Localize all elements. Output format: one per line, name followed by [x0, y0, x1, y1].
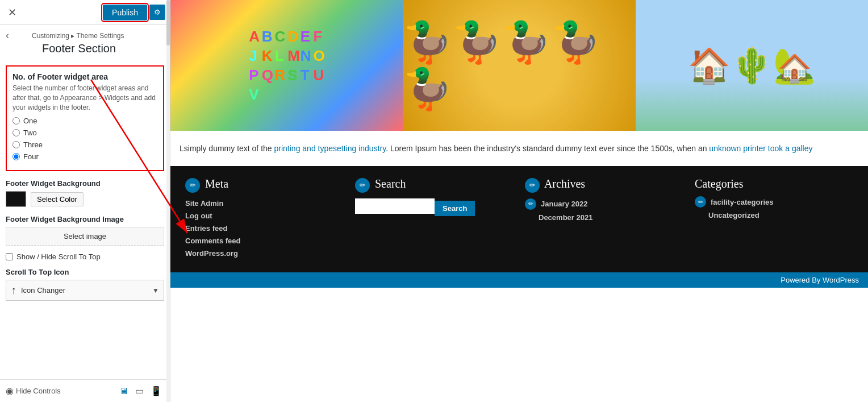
list-item: Comments feed — [185, 236, 344, 245]
meta-link-entries[interactable]: Entries feed — [185, 224, 227, 233]
footer-col-search: ✏ Search Search — [349, 177, 519, 260]
body-link-unknown[interactable]: unknown printer took a galley — [709, 144, 812, 153]
archives-edit-pencil[interactable]: ✏ — [525, 178, 540, 193]
icon-changer-row[interactable]: ↑ Icon Changer ▼ — [6, 280, 164, 301]
cat-facility[interactable]: facility-categories — [711, 198, 774, 206]
back-arrow[interactable]: ‹ — [6, 30, 9, 42]
select-image-button[interactable]: Select image — [6, 227, 164, 246]
arrow-up-icon: ↑ — [11, 284, 16, 297]
search-input[interactable] — [355, 198, 435, 214]
footer-bg-image-section: Footer Widget Background Image Select im… — [6, 215, 164, 246]
categories-list: ✏ facility-categories Uncategorized — [695, 196, 853, 219]
list-item: Site Admin — [185, 198, 344, 208]
breadcrumb: Customizing ▸ Theme Settings — [26, 28, 170, 41]
facility-edit-pencil[interactable]: ✏ — [695, 196, 706, 208]
meta-link-comments[interactable]: Comments feed — [185, 237, 241, 245]
scroll-top-icon-section: Scroll To Top Icon ↑ Icon Changer ▼ — [6, 268, 164, 301]
footer-columns-radio-group: One Two Three Four — [12, 117, 157, 161]
radio-four-input[interactable] — [12, 153, 20, 160]
letters-image: A B C D E F J K L M N O P Q R S T U V — [170, 0, 403, 131]
archives-dec[interactable]: December 2021 — [539, 213, 592, 222]
list-item: Uncategorized — [695, 211, 853, 219]
meta-link-logout[interactable]: Log out — [185, 212, 212, 220]
search-row: Search — [355, 198, 514, 218]
archives-list: ✏ January 2022 December 2021 — [525, 198, 683, 222]
search-button[interactable]: Search — [435, 201, 475, 216]
search-widget: Search — [355, 198, 514, 218]
select-color-button[interactable]: Select Color — [31, 192, 84, 206]
device-icons: 🖥 ▭ 📱 — [117, 384, 164, 397]
body-text-start: Lsimply dummy text of the — [180, 144, 274, 153]
radio-one-input[interactable] — [12, 117, 20, 125]
ducks-image: 🦆🦆🦆🦆🦆 — [403, 0, 635, 131]
meta-link-siteadmin[interactable]: Site Admin — [185, 199, 223, 208]
radio-one[interactable]: One — [12, 117, 157, 125]
toyhouse-image: 🏠🌵🏡 — [636, 0, 868, 131]
radio-two[interactable]: Two — [12, 129, 157, 137]
footer-col-categories: Categories ✏ facility-categories Uncateg… — [689, 177, 859, 260]
hide-controls-label: Hide Controls — [16, 387, 61, 395]
powered-by: Powered By WordPress — [781, 276, 859, 284]
site-footer: ✏ Meta Site Admin Log out Entries feed C… — [170, 166, 868, 272]
scrollbar-track — [166, 0, 170, 402]
scroll-icon-label: Scroll To Top Icon — [6, 268, 164, 276]
top-bar: ✕ Publish ⚙ — [0, 0, 170, 25]
show-hide-checkbox[interactable] — [6, 253, 13, 260]
footer-bg-image-label: Footer Widget Background Image — [6, 215, 164, 223]
show-hide-label: Show / Hide Scroll To Top — [16, 252, 101, 261]
list-item: ✏ facility-categories — [695, 196, 853, 208]
archives-title: ✏ Archives — [525, 177, 683, 192]
preview-pane: A B C D E F J K L M N O P Q R S T U V — [170, 0, 868, 402]
list-item: WordPress.org — [185, 248, 344, 258]
footer-bottom-bar: Powered By WordPress — [170, 272, 868, 288]
show-hide-scroll-row: Show / Hide Scroll To Top — [6, 252, 164, 261]
footer-bg-label: Footer Widget Background — [6, 179, 164, 188]
bottom-bar: ◉ Hide Controls 🖥 ▭ 📱 — [0, 379, 170, 402]
page-title: Footer Section — [26, 41, 170, 60]
meta-link-wordpress[interactable]: WordPress.org — [185, 249, 238, 258]
gallery-row: A B C D E F J K L M N O P Q R S T U V — [170, 0, 868, 131]
list-item: ✏ January 2022 — [525, 198, 683, 210]
search-edit-pencil[interactable]: ✏ — [355, 178, 370, 193]
close-button[interactable]: ✕ — [5, 5, 20, 20]
scrollbar-thumb[interactable] — [166, 0, 170, 45]
cat-uncategorized[interactable]: Uncategorized — [708, 211, 760, 219]
widget-area-description: Select the number of footer widget areas… — [12, 84, 157, 112]
radio-two-input[interactable] — [12, 129, 20, 136]
body-text-middle: . Lorem Ipsum has been the industry's st… — [386, 144, 709, 153]
gear-button[interactable]: ⚙ — [149, 5, 165, 20]
body-link-printing[interactable]: printing and typesetting industry — [274, 144, 386, 153]
meta-links-list: Site Admin Log out Entries feed Comments… — [185, 198, 344, 258]
left-panel: ✕ Publish ⚙ ‹ Customizing ▸ Theme Settin… — [0, 0, 170, 402]
radio-three[interactable]: Three — [12, 140, 157, 149]
mobile-icon[interactable]: 📱 — [148, 384, 164, 397]
radio-three-input[interactable] — [12, 141, 20, 148]
desktop-icon[interactable]: 🖥 — [117, 384, 131, 397]
list-item: December 2021 — [525, 213, 683, 222]
color-swatch[interactable] — [6, 191, 26, 207]
hide-controls-button[interactable]: ◉ Hide Controls — [6, 386, 61, 396]
icon-changer-label: Icon Changer — [21, 286, 148, 295]
publish-area: Publish ⚙ — [103, 5, 165, 20]
meta-edit-pencil[interactable]: ✏ — [185, 178, 200, 193]
list-item: Log out — [185, 211, 344, 220]
widget-area-box: No. of Footer widget area Select the num… — [6, 65, 164, 171]
color-picker-row: Select Color — [6, 191, 164, 207]
panel-content: No. of Footer widget area Select the num… — [0, 60, 170, 379]
list-item: Entries feed — [185, 223, 344, 233]
footer-col-meta: ✏ Meta Site Admin Log out Entries feed C… — [180, 177, 349, 260]
radio-four[interactable]: Four — [12, 152, 157, 161]
meta-title: ✏ Meta — [185, 177, 344, 192]
chevron-down-icon: ▼ — [152, 287, 159, 295]
search-title: ✏ Search — [355, 177, 514, 192]
circle-left-icon: ◉ — [6, 386, 14, 396]
body-text-area: Lsimply dummy text of the printing and t… — [170, 131, 868, 166]
archives-jan[interactable]: January 2022 — [541, 200, 587, 208]
categories-title: Categories — [695, 177, 853, 190]
tablet-icon[interactable]: ▭ — [133, 384, 146, 397]
publish-button[interactable]: Publish — [103, 5, 147, 20]
widget-area-heading: No. of Footer widget area — [12, 72, 157, 81]
footer-bg-section: Footer Widget Background Select Color — [6, 179, 164, 207]
footer-col-archives: ✏ Archives ✏ January 2022 December 2021 — [519, 177, 689, 260]
jan-edit-pencil[interactable]: ✏ — [525, 198, 536, 210]
